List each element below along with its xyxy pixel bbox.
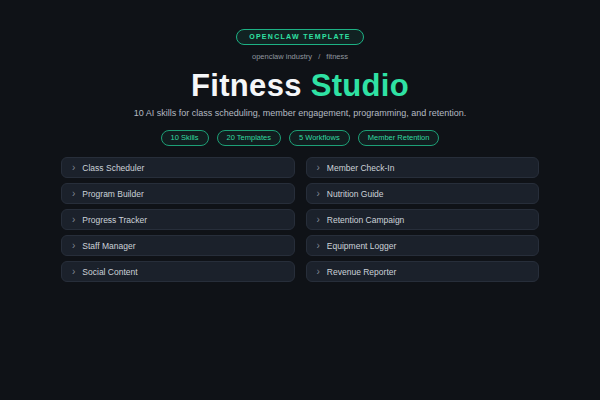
breadcrumb-current[interactable]: fitness [326, 52, 348, 61]
breadcrumb-separator: / [318, 52, 320, 61]
chevron-right-icon: › [72, 163, 75, 173]
breadcrumb: openclaw industry / fitness [0, 52, 600, 61]
chevron-right-icon: › [317, 189, 320, 199]
skill-card-member-check-in[interactable]: › Member Check-In [306, 157, 540, 178]
skill-card-staff-manager[interactable]: › Staff Manager [61, 235, 295, 256]
skill-card-label: Progress Tracker [82, 215, 147, 225]
chevron-right-icon: › [72, 215, 75, 225]
skill-card-social-content[interactable]: › Social Content [61, 261, 295, 282]
page-title: Fitness Studio [0, 69, 600, 103]
skill-card-nutrition-guide[interactable]: › Nutrition Guide [306, 183, 540, 204]
skill-card-progress-tracker[interactable]: › Progress Tracker [61, 209, 295, 230]
page-title-accent: Studio [311, 68, 409, 103]
stat-pill-retention: Member Retention [358, 130, 440, 146]
skill-card-equipment-logger[interactable]: › Equipment Logger [306, 235, 540, 256]
chevron-right-icon: › [72, 241, 75, 251]
skill-card-label: Social Content [82, 267, 137, 277]
skill-card-class-scheduler[interactable]: › Class Scheduler [61, 157, 295, 178]
chevron-right-icon: › [317, 163, 320, 173]
stat-pill-skills: 10 Skills [161, 130, 209, 146]
chevron-right-icon: › [72, 267, 75, 277]
skill-card-label: Staff Manager [82, 241, 135, 251]
chevron-right-icon: › [317, 241, 320, 251]
skill-card-revenue-reporter[interactable]: › Revenue Reporter [306, 261, 540, 282]
stat-pill-workflows: 5 Workflows [289, 130, 350, 146]
skill-card-label: Equipment Logger [327, 241, 396, 251]
landing-page: OPENCLAW TEMPLATE openclaw industry / fi… [0, 0, 600, 400]
template-badge: OPENCLAW TEMPLATE [236, 29, 364, 45]
skill-card-label: Program Builder [82, 189, 143, 199]
skill-card-label: Member Check-In [327, 163, 395, 173]
skill-card-program-builder[interactable]: › Program Builder [61, 183, 295, 204]
skill-card-retention-campaign[interactable]: › Retention Campaign [306, 209, 540, 230]
chevron-right-icon: › [317, 267, 320, 277]
skill-card-label: Revenue Reporter [327, 267, 396, 277]
skills-grid: › Class Scheduler › Member Check-In › Pr… [61, 157, 539, 282]
skill-card-label: Retention Campaign [327, 215, 405, 225]
breadcrumb-link-industry[interactable]: openclaw industry [252, 52, 312, 61]
stat-pill-templates: 20 Templates [217, 130, 281, 146]
chevron-right-icon: › [72, 189, 75, 199]
chevron-right-icon: › [317, 215, 320, 225]
skill-card-label: Class Scheduler [82, 163, 144, 173]
page-subtitle: 10 AI skills for class scheduling, membe… [0, 108, 600, 118]
skill-card-label: Nutrition Guide [327, 189, 384, 199]
page-title-primary: Fitness [191, 68, 302, 103]
stats-row: 10 Skills 20 Templates 5 Workflows Membe… [0, 130, 600, 146]
